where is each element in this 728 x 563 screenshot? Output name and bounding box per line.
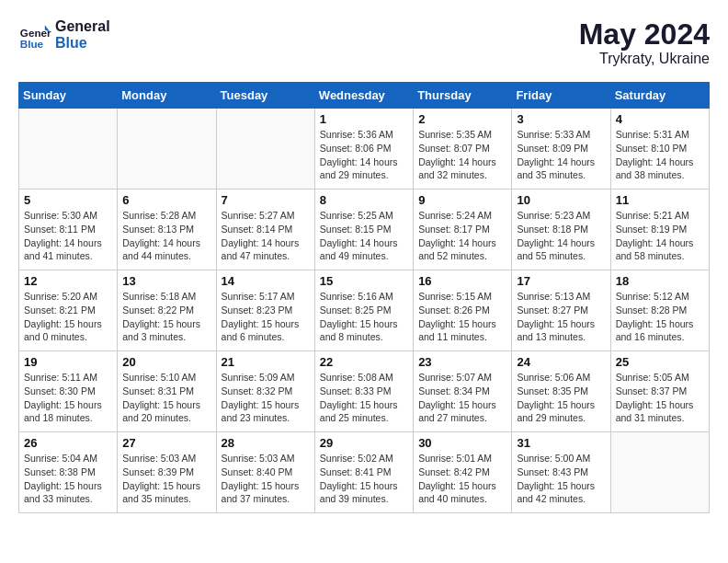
- day-cell: 24Sunrise: 5:06 AM Sunset: 8:35 PM Dayli…: [512, 351, 610, 432]
- day-number: 2: [418, 112, 506, 126]
- day-number: 23: [418, 355, 506, 369]
- day-info: Sunrise: 5:23 AM Sunset: 8:18 PM Dayligh…: [517, 209, 605, 263]
- day-number: 22: [320, 355, 408, 369]
- day-cell: 5Sunrise: 5:30 AM Sunset: 8:11 PM Daylig…: [19, 190, 118, 270]
- day-info: Sunrise: 5:09 AM Sunset: 8:32 PM Dayligh…: [222, 371, 310, 425]
- day-number: 24: [517, 355, 605, 369]
- day-info: Sunrise: 5:01 AM Sunset: 8:42 PM Dayligh…: [418, 452, 506, 506]
- day-cell: [216, 109, 314, 190]
- day-number: 5: [24, 193, 112, 207]
- day-cell: 18Sunrise: 5:12 AM Sunset: 8:28 PM Dayli…: [610, 270, 709, 351]
- day-number: 19: [24, 355, 112, 369]
- day-number: 29: [320, 436, 408, 450]
- day-cell: 17Sunrise: 5:13 AM Sunset: 8:27 PM Dayli…: [512, 270, 610, 351]
- day-info: Sunrise: 5:33 AM Sunset: 8:09 PM Dayligh…: [517, 128, 605, 182]
- day-info: Sunrise: 5:17 AM Sunset: 8:23 PM Dayligh…: [222, 290, 310, 344]
- week-row-3: 12Sunrise: 5:20 AM Sunset: 8:21 PM Dayli…: [19, 270, 710, 351]
- weekday-header-sunday: Sunday: [19, 83, 118, 109]
- day-cell: 29Sunrise: 5:02 AM Sunset: 8:41 PM Dayli…: [314, 432, 413, 513]
- day-number: 3: [517, 112, 605, 126]
- day-cell: 31Sunrise: 5:00 AM Sunset: 8:43 PM Dayli…: [512, 432, 610, 513]
- day-number: 14: [222, 274, 310, 288]
- month-year: May 2024: [579, 18, 710, 51]
- weekday-header-row: SundayMondayTuesdayWednesdayThursdayFrid…: [19, 83, 710, 109]
- day-number: 6: [122, 193, 210, 207]
- title-block: May 2024 Trykraty, Ukraine: [579, 18, 710, 67]
- day-info: Sunrise: 5:16 AM Sunset: 8:25 PM Dayligh…: [320, 290, 408, 344]
- day-number: 18: [616, 274, 704, 288]
- day-info: Sunrise: 5:11 AM Sunset: 8:30 PM Dayligh…: [24, 371, 112, 425]
- day-info: Sunrise: 5:25 AM Sunset: 8:15 PM Dayligh…: [320, 209, 408, 263]
- day-cell: 19Sunrise: 5:11 AM Sunset: 8:30 PM Dayli…: [19, 351, 118, 432]
- weekday-header-saturday: Saturday: [610, 83, 709, 109]
- day-cell: 12Sunrise: 5:20 AM Sunset: 8:21 PM Dayli…: [19, 270, 118, 351]
- day-cell: 9Sunrise: 5:24 AM Sunset: 8:17 PM Daylig…: [414, 190, 512, 270]
- day-number: 25: [616, 355, 704, 369]
- svg-text:Blue: Blue: [20, 38, 44, 50]
- day-number: 26: [24, 436, 112, 450]
- day-info: Sunrise: 5:12 AM Sunset: 8:28 PM Dayligh…: [616, 290, 704, 344]
- day-info: Sunrise: 5:31 AM Sunset: 8:10 PM Dayligh…: [616, 128, 704, 182]
- day-number: 12: [24, 274, 112, 288]
- weekday-header-friday: Friday: [512, 83, 610, 109]
- weekday-header-monday: Monday: [118, 83, 216, 109]
- day-number: 15: [320, 274, 408, 288]
- week-row-4: 19Sunrise: 5:11 AM Sunset: 8:30 PM Dayli…: [19, 351, 710, 432]
- day-number: 4: [616, 112, 704, 126]
- day-number: 13: [122, 274, 210, 288]
- day-cell: [610, 432, 709, 513]
- day-cell: [118, 109, 216, 190]
- day-number: 17: [517, 274, 605, 288]
- day-cell: 4Sunrise: 5:31 AM Sunset: 8:10 PM Daylig…: [610, 109, 709, 190]
- day-info: Sunrise: 5:27 AM Sunset: 8:14 PM Dayligh…: [222, 209, 310, 263]
- week-row-2: 5Sunrise: 5:30 AM Sunset: 8:11 PM Daylig…: [19, 190, 710, 270]
- day-info: Sunrise: 5:08 AM Sunset: 8:33 PM Dayligh…: [320, 371, 408, 425]
- day-cell: 7Sunrise: 5:27 AM Sunset: 8:14 PM Daylig…: [216, 190, 314, 270]
- day-info: Sunrise: 5:36 AM Sunset: 8:06 PM Dayligh…: [320, 128, 408, 182]
- weekday-header-wednesday: Wednesday: [314, 83, 413, 109]
- day-cell: 30Sunrise: 5:01 AM Sunset: 8:42 PM Dayli…: [414, 432, 512, 513]
- day-cell: 27Sunrise: 5:03 AM Sunset: 8:39 PM Dayli…: [118, 432, 216, 513]
- day-cell: 15Sunrise: 5:16 AM Sunset: 8:25 PM Dayli…: [314, 270, 413, 351]
- logo: General Blue General Blue: [18, 18, 110, 52]
- weekday-header-thursday: Thursday: [414, 83, 512, 109]
- day-number: 27: [122, 436, 210, 450]
- day-info: Sunrise: 5:02 AM Sunset: 8:41 PM Dayligh…: [320, 452, 408, 506]
- day-number: 10: [517, 193, 605, 207]
- day-cell: 13Sunrise: 5:18 AM Sunset: 8:22 PM Dayli…: [118, 270, 216, 351]
- logo-general: General: [55, 18, 110, 35]
- day-cell: 2Sunrise: 5:35 AM Sunset: 8:07 PM Daylig…: [414, 109, 512, 190]
- day-number: 9: [418, 193, 506, 207]
- day-info: Sunrise: 5:35 AM Sunset: 8:07 PM Dayligh…: [418, 128, 506, 182]
- day-cell: 1Sunrise: 5:36 AM Sunset: 8:06 PM Daylig…: [314, 109, 413, 190]
- day-cell: 10Sunrise: 5:23 AM Sunset: 8:18 PM Dayli…: [512, 190, 610, 270]
- calendar-table: SundayMondayTuesdayWednesdayThursdayFrid…: [18, 82, 710, 513]
- day-cell: 8Sunrise: 5:25 AM Sunset: 8:15 PM Daylig…: [314, 190, 413, 270]
- day-info: Sunrise: 5:03 AM Sunset: 8:39 PM Dayligh…: [122, 452, 210, 506]
- day-cell: 28Sunrise: 5:03 AM Sunset: 8:40 PM Dayli…: [216, 432, 314, 513]
- page-header: General Blue General Blue May 2024 Trykr…: [18, 18, 710, 67]
- week-row-1: 1Sunrise: 5:36 AM Sunset: 8:06 PM Daylig…: [19, 109, 710, 190]
- day-cell: [19, 109, 118, 190]
- day-info: Sunrise: 5:10 AM Sunset: 8:31 PM Dayligh…: [122, 371, 210, 425]
- day-info: Sunrise: 5:00 AM Sunset: 8:43 PM Dayligh…: [517, 452, 605, 506]
- day-info: Sunrise: 5:21 AM Sunset: 8:19 PM Dayligh…: [616, 209, 704, 263]
- week-row-5: 26Sunrise: 5:04 AM Sunset: 8:38 PM Dayli…: [19, 432, 710, 513]
- day-info: Sunrise: 5:20 AM Sunset: 8:21 PM Dayligh…: [24, 290, 112, 344]
- day-info: Sunrise: 5:28 AM Sunset: 8:13 PM Dayligh…: [122, 209, 210, 263]
- day-number: 20: [122, 355, 210, 369]
- day-number: 1: [320, 112, 408, 126]
- day-number: 30: [418, 436, 506, 450]
- logo-icon: General Blue: [18, 18, 51, 52]
- day-info: Sunrise: 5:13 AM Sunset: 8:27 PM Dayligh…: [517, 290, 605, 344]
- day-number: 28: [222, 436, 310, 450]
- day-cell: 22Sunrise: 5:08 AM Sunset: 8:33 PM Dayli…: [314, 351, 413, 432]
- day-info: Sunrise: 5:06 AM Sunset: 8:35 PM Dayligh…: [517, 371, 605, 425]
- day-number: 11: [616, 193, 704, 207]
- day-cell: 14Sunrise: 5:17 AM Sunset: 8:23 PM Dayli…: [216, 270, 314, 351]
- day-info: Sunrise: 5:05 AM Sunset: 8:37 PM Dayligh…: [616, 371, 704, 425]
- day-number: 7: [222, 193, 310, 207]
- day-info: Sunrise: 5:24 AM Sunset: 8:17 PM Dayligh…: [418, 209, 506, 263]
- logo-blue: Blue: [55, 35, 110, 52]
- day-info: Sunrise: 5:18 AM Sunset: 8:22 PM Dayligh…: [122, 290, 210, 344]
